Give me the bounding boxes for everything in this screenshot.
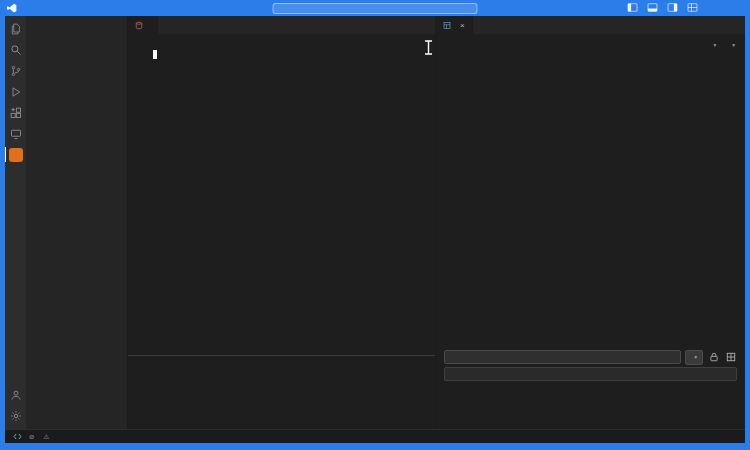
search-icon[interactable] [5, 39, 27, 60]
breadcrumb [128, 34, 435, 47]
editor-group-right: × ▾ ▾ [435, 16, 745, 429]
workbench: × ▾ ▾ [5, 16, 745, 429]
text-caret [153, 50, 157, 59]
warning-icon: ⚠ [43, 433, 49, 441]
settings-gear-icon[interactable] [5, 405, 27, 426]
lock-icon[interactable] [707, 351, 720, 364]
remote-indicator-icon[interactable] [13, 432, 22, 441]
query-textarea[interactable] [444, 367, 737, 381]
sidebar [27, 16, 127, 429]
editor-tabs-left [128, 16, 435, 34]
sidebar-title [27, 16, 127, 31]
cf-logo [9, 148, 23, 162]
app-icon [6, 3, 17, 14]
sql-file-icon [135, 21, 143, 30]
tab-rds-query-viewer[interactable]: × [436, 16, 473, 34]
customize-layout-icon[interactable] [687, 2, 698, 13]
chevron-down-icon: ▾ [713, 42, 716, 48]
toggle-panel-icon[interactable] [647, 2, 658, 13]
code-line [152, 47, 157, 355]
editor-tabs-right: × [436, 16, 745, 34]
status-bar: ⊘ ⚠ [5, 429, 745, 443]
source-control-icon[interactable] [5, 60, 27, 81]
vscode-window: × ▾ ▾ [5, 16, 745, 443]
chevron-down-icon: ▾ [732, 42, 735, 48]
chevron-down-icon: ▾ [694, 354, 697, 360]
remote-explorer-icon[interactable] [5, 123, 27, 144]
warning-count[interactable]: ⚠ [43, 433, 51, 441]
close-icon[interactable]: × [460, 21, 465, 30]
tab-rdsviewer-sql[interactable] [128, 16, 158, 34]
error-count[interactable]: ⊘ [29, 433, 36, 441]
desktop: { "colors": { "frame_blue": "#2b7de9", "… [0, 0, 750, 450]
bottom-panel [128, 355, 435, 429]
grid-icon[interactable] [724, 351, 737, 364]
results-table-container [436, 56, 745, 331]
window-title[interactable] [273, 3, 478, 14]
sidebar-sections [27, 31, 127, 429]
line-number [128, 47, 152, 355]
mouse-cursor [424, 40, 433, 59]
error-icon: ⊘ [29, 433, 34, 441]
query-toolbar: ▾ [436, 347, 745, 367]
titlebar-actions [627, 2, 698, 13]
extensions-icon[interactable] [5, 102, 27, 123]
panel-tabs [128, 356, 435, 371]
output-content [128, 371, 435, 429]
query-input[interactable] [444, 350, 681, 364]
query-viewer-icon [443, 21, 451, 30]
toggle-sidebar-icon[interactable] [627, 2, 638, 13]
activity-bar [5, 16, 27, 429]
query-type-select[interactable]: ▾ [685, 350, 703, 365]
title-bar [0, 0, 750, 16]
editor-group-left [127, 16, 435, 429]
explorer-icon[interactable] [5, 18, 27, 39]
accounts-icon[interactable] [5, 384, 27, 405]
query-controls: ▾ ▾ [436, 34, 745, 56]
run-debug-icon[interactable] [5, 81, 27, 102]
datasource-select[interactable]: ▾ [730, 42, 735, 48]
toggle-secondary-sidebar-icon[interactable] [667, 2, 678, 13]
project-server-select[interactable]: ▾ [711, 42, 716, 48]
results-status [436, 331, 745, 347]
panel-empty-space [436, 381, 745, 429]
coldfusion-builder-icon[interactable] [5, 144, 27, 165]
code-editor[interactable] [128, 47, 435, 355]
